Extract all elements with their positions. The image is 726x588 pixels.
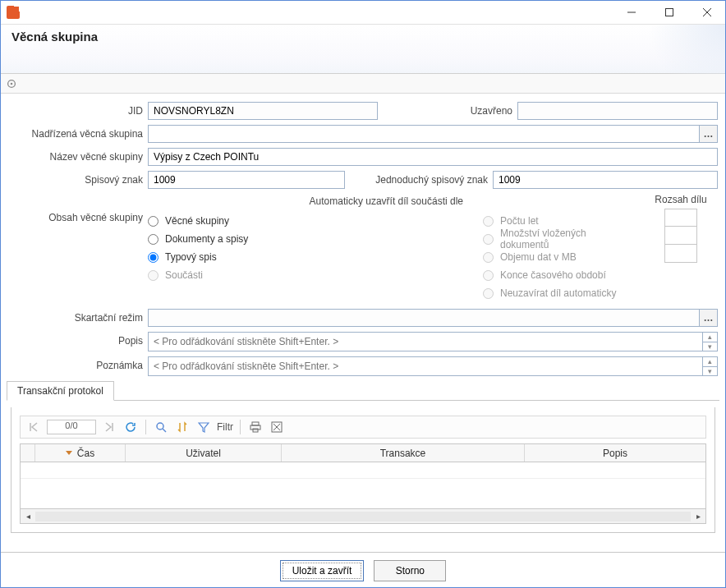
- settings-button[interactable]: [5, 77, 18, 90]
- grid-hscrollbar[interactable]: ◂ ▸: [21, 508, 705, 523]
- settings-toolbar: [0, 74, 726, 94]
- popis-spinner[interactable]: ▴▾: [703, 332, 718, 351]
- close-icon: [703, 8, 711, 16]
- svg-rect-1: [666, 8, 673, 16]
- spisovy-znak-field[interactable]: [148, 171, 345, 189]
- scroll-left-icon[interactable]: ◂: [21, 509, 35, 524]
- refresh-icon: [125, 421, 136, 433]
- svg-line-7: [163, 429, 166, 432]
- grid-handle: [21, 444, 35, 462]
- chevron-down-icon: ▾: [703, 367, 717, 376]
- titlebar: [0, 0, 726, 25]
- maximize-icon: [665, 8, 673, 16]
- chevron-up-icon: ▴: [703, 357, 717, 367]
- next-page-icon: [103, 421, 115, 433]
- auto-option-konce: Konce časového období: [483, 266, 624, 284]
- svg-point-5: [11, 82, 13, 85]
- nazev-label: Název věcné skupiny: [8, 151, 148, 163]
- skartacni-rezim-label: Skartační režim: [8, 312, 148, 324]
- footer: Uložit a zavřít Storno: [0, 552, 726, 588]
- jednoduchy-znak-label: Jednoduchý spisový znak: [345, 174, 493, 186]
- form-body: JID Uzavřeno Nadřízená věcná skupina … N…: [0, 94, 726, 376]
- grid-body: [21, 462, 705, 508]
- rozsah-dilu-label: Rozsah dílu: [648, 194, 714, 205]
- auto-option-mnozstvi: Množství vložených dokumentů: [483, 230, 624, 248]
- rozsah-dilu-stack: [664, 209, 697, 263]
- cancel-button[interactable]: Storno: [374, 560, 446, 581]
- gear-icon: [6, 78, 17, 90]
- refresh-button[interactable]: [122, 419, 139, 435]
- poznamka-spinner[interactable]: ▴▾: [703, 356, 718, 376]
- column-uzivatel[interactable]: Uživatel: [126, 444, 282, 462]
- popis-label: Popis: [8, 332, 148, 347]
- tab-transakcni-protokol[interactable]: Transakční protokol: [7, 381, 114, 401]
- export-icon: [271, 421, 283, 433]
- uzavreno-label: Uzavřeno: [378, 105, 517, 117]
- search-icon: [155, 421, 167, 433]
- popis-field[interactable]: [148, 332, 703, 351]
- auto-option-objemu: Objemu dat v MB: [483, 248, 624, 266]
- app-icon: [7, 6, 20, 19]
- export-button[interactable]: [269, 419, 285, 435]
- chevron-down-icon: ▾: [703, 342, 717, 351]
- header: Věcná skupina: [0, 25, 726, 74]
- jednoduchy-znak-field[interactable]: [493, 171, 718, 189]
- rozsah-dilu-field-1: [664, 209, 697, 227]
- jid-label: JID: [8, 105, 148, 117]
- column-popis[interactable]: Popis: [525, 444, 705, 462]
- auto-option-neuzavirat: Neuzavírat díl automaticky: [483, 284, 624, 302]
- maximize-button[interactable]: [650, 0, 688, 25]
- pager-display: 0/0: [47, 420, 96, 434]
- svg-point-6: [157, 423, 163, 430]
- search-button[interactable]: [153, 419, 169, 435]
- column-cas[interactable]: Čas: [35, 444, 126, 462]
- poznamka-field[interactable]: [148, 356, 703, 376]
- pager-next-button[interactable]: [101, 419, 117, 435]
- page-title: Věcná skupina: [11, 30, 715, 44]
- sort-icon: [177, 421, 188, 433]
- obsah-option-dokumenty[interactable]: Dokumenty a spisy: [148, 230, 287, 248]
- first-page-icon: [28, 421, 39, 433]
- obsah-option-vecne[interactable]: Věcné skupiny: [148, 212, 287, 230]
- svg-rect-8: [252, 422, 259, 425]
- protocol-grid: Čas Uživatel Transakce Popis ◂ ▸: [20, 443, 706, 524]
- rozsah-dilu-field-3: [664, 245, 697, 263]
- save-close-button[interactable]: Uložit a zavřít: [280, 560, 365, 581]
- print-button[interactable]: [247, 419, 264, 435]
- nadrizena-field[interactable]: [148, 125, 700, 143]
- rozsah-dilu-field-2: [664, 227, 697, 245]
- minimize-button[interactable]: [613, 0, 650, 25]
- scroll-right-icon[interactable]: ▸: [691, 509, 705, 524]
- pager-first-button[interactable]: [25, 419, 42, 435]
- filter-button[interactable]: [195, 419, 212, 435]
- column-transakce[interactable]: Transakce: [282, 444, 525, 462]
- nadrizena-label: Nadřízená věcná skupina: [8, 128, 148, 140]
- obsah-option-typovy[interactable]: Typový spis: [148, 248, 287, 266]
- nadrizena-browse-button[interactable]: …: [700, 125, 718, 143]
- protocol-toolbar: 0/0 Filtr: [20, 416, 706, 439]
- obsah-label: Obsah věcné skupiny: [8, 194, 148, 223]
- skartacni-rezim-field[interactable]: [148, 309, 700, 327]
- sort-desc-icon: [66, 451, 72, 455]
- sort-button[interactable]: [174, 419, 191, 435]
- poznamka-label: Poznámka: [8, 356, 148, 371]
- chevron-up-icon: ▴: [703, 333, 717, 342]
- skartacni-rezim-browse-button[interactable]: …: [700, 309, 718, 327]
- spisovy-znak-label: Spisový znak: [8, 174, 148, 186]
- filter-label: Filtr: [217, 421, 233, 433]
- print-icon: [250, 421, 261, 433]
- close-button[interactable]: [688, 0, 726, 25]
- minimize-icon: [627, 8, 636, 16]
- nazev-field[interactable]: [148, 148, 718, 166]
- uzavreno-field: [517, 102, 718, 120]
- obsah-option-soucasti: Součásti: [148, 266, 287, 284]
- jid-field: [148, 102, 378, 120]
- filter-icon: [198, 421, 209, 433]
